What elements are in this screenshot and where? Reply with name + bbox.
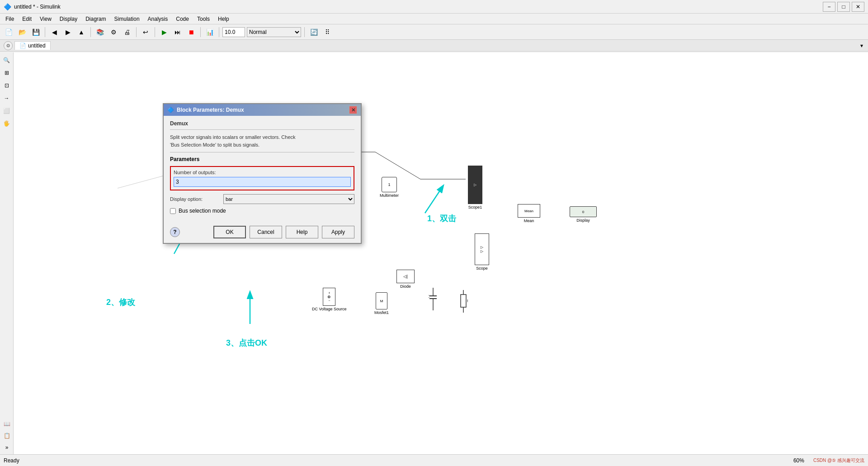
block-scope1[interactable]: ▷ Scope1	[468, 166, 482, 209]
dialog-titlebar: 🔷 Block Parameters: Demux ✕	[164, 104, 361, 116]
forward-button[interactable]: ▶	[62, 26, 74, 38]
back-button[interactable]: ◀	[48, 26, 60, 38]
new-button[interactable]: 📄	[3, 26, 14, 38]
dialog-ok-button[interactable]: OK	[213, 226, 246, 238]
svg-rect-13	[461, 295, 466, 307]
minimize-button[interactable]: −	[823, 2, 835, 12]
toolbar: 📄 📂 💾 ◀ ▶ ▲ 📚 ⚙ 🖨 ↩ ▶ ⏭ ⏹ 📊 Normal Accel…	[0, 24, 868, 40]
menu-file[interactable]: File	[2, 15, 18, 23]
dialog-title-area: 🔷 Block Parameters: Demux	[167, 107, 244, 113]
close-button[interactable]: ✕	[852, 2, 864, 12]
dialog-block-name: Demux	[170, 120, 354, 130]
status-csdn: CSDN @⑤ 感兴趣可交流	[813, 457, 864, 464]
block-diode[interactable]: ◁| Diode	[396, 270, 415, 289]
dialog-cancel-button[interactable]: Cancel	[250, 226, 282, 238]
block-multimeter[interactable]: 1 Multimeter	[380, 177, 399, 198]
canvas[interactable]: 1、双击 2、修改 3、点击OK 1 Multimeter ▷ Scope1 ▷…	[14, 52, 868, 454]
zoom-in-tool[interactable]: 🔍	[2, 55, 12, 65]
left-sidebar: 🔍 ⊞ ⊡ → ⬜ 🖐	[0, 52, 14, 454]
tab-icon: 📄	[19, 43, 26, 49]
menu-analysis[interactable]: Analysis	[144, 15, 172, 23]
dialog-description: Split vector signals into scalars or sma…	[170, 133, 354, 152]
up-button[interactable]: ▲	[75, 26, 87, 38]
toolbar-sep-2	[90, 27, 91, 37]
title-bar-left: 🔷 untitled * - Simulink	[4, 3, 61, 10]
status-right: 60% CSDN @⑤ 感兴趣可交流	[793, 457, 864, 464]
tab-bar: ⊙ 📄 untitled ▾	[0, 40, 868, 52]
block-mosfet[interactable]: M Mosfet1	[374, 292, 389, 315]
menu-bar: File Edit View Display Diagram Simulatio…	[0, 14, 868, 24]
block-diode-label: Diode	[400, 284, 411, 289]
number-of-outputs-label: Number of outputs:	[174, 170, 351, 175]
fit-tool[interactable]: ⊞	[2, 68, 12, 78]
select-tool[interactable]: ⬜	[2, 106, 12, 116]
annotation-step2: 2、修改	[106, 297, 135, 308]
arrow-tool[interactable]: →	[2, 93, 12, 103]
bus-selection-row: Bus selection mode	[170, 208, 354, 214]
number-of-outputs-input[interactable]	[174, 177, 351, 187]
toolbar-sep-5	[200, 27, 201, 37]
block-mean[interactable]: Mean Mean	[518, 204, 540, 223]
dialog-footer: ? OK Cancel Help Apply	[164, 223, 361, 243]
svg-line-4	[425, 186, 443, 213]
display-option-label: Display option:	[170, 196, 220, 202]
dialog-apply-button[interactable]: Apply	[322, 226, 354, 238]
grid-button[interactable]: ⠿	[321, 26, 333, 38]
menu-help[interactable]: Help	[214, 15, 233, 23]
block-dc-voltage-label: DC Voltage Source	[312, 307, 347, 311]
resistor-element: R	[459, 290, 468, 314]
tab-untitled[interactable]: 📄 untitled	[14, 41, 51, 50]
menu-tools[interactable]: Tools	[193, 15, 213, 23]
sim-mode-select[interactable]: Normal Accelerator Rapid Accelerator	[247, 27, 301, 37]
menu-display[interactable]: Display	[56, 15, 81, 23]
settings-button[interactable]: ⚙	[108, 26, 119, 38]
open-button[interactable]: 📂	[16, 26, 28, 38]
status-zoom: 60%	[793, 457, 804, 464]
block-scope[interactable]: ▷ ▷ Scope	[475, 233, 489, 271]
model-tool[interactable]: 📋	[2, 431, 12, 441]
window-title: untitled * - Simulink	[14, 4, 61, 10]
refresh-button[interactable]: 🔄	[308, 26, 320, 38]
maximize-button[interactable]: □	[837, 2, 850, 12]
library-tool[interactable]: 📖	[2, 419, 12, 429]
save-button[interactable]: 💾	[30, 26, 42, 38]
print-button[interactable]: 🖨	[121, 26, 133, 38]
capacitor-element: C	[429, 288, 438, 311]
menu-simulation[interactable]: Simulation	[111, 15, 143, 23]
run-button[interactable]: ▶	[158, 26, 170, 38]
library-button[interactable]: 📚	[94, 26, 106, 38]
dialog-close-button[interactable]: ✕	[349, 106, 357, 114]
block-dc-voltage[interactable]: + ⊕ − DC Voltage Source	[312, 288, 347, 311]
toolbar-sep-1	[45, 27, 45, 37]
sim-time-input[interactable]	[222, 27, 245, 37]
title-bar-controls[interactable]: − □ ✕	[823, 2, 864, 12]
annotation-step1: 1、双击	[427, 213, 456, 224]
scope-button[interactable]: 📊	[204, 26, 216, 38]
display-option-select[interactable]: bar none signals	[223, 194, 354, 204]
left-sidebar-bottom: 📖 📋 »	[0, 419, 14, 454]
svg-text:R: R	[467, 299, 468, 303]
bus-selection-checkbox[interactable]	[170, 208, 176, 214]
dialog-help-button[interactable]: Help	[286, 226, 318, 238]
title-bar: 🔷 untitled * - Simulink − □ ✕	[0, 0, 868, 14]
block-display[interactable]: 0 Display	[570, 206, 597, 223]
block-multimeter-label: Multimeter	[380, 193, 399, 198]
undo-button[interactable]: ↩	[140, 26, 151, 38]
stop-button[interactable]: ⏹	[185, 26, 197, 38]
menu-code[interactable]: Code	[172, 15, 193, 23]
tab-menu-button[interactable]: ▾	[857, 41, 866, 50]
dialog-icon: 🔷	[167, 107, 174, 113]
menu-edit[interactable]: Edit	[19, 15, 35, 23]
step-button[interactable]: ⏭	[172, 26, 184, 38]
canvas-wires	[14, 52, 868, 454]
app-icon: 🔷	[4, 3, 11, 10]
home-button[interactable]: ⊙	[4, 41, 13, 50]
menu-view[interactable]: View	[36, 15, 55, 23]
block-dialog: 🔷 Block Parameters: Demux ✕ Demux Split …	[163, 103, 362, 244]
pan-tool[interactable]: 🖐	[2, 119, 12, 128]
dialog-help-icon[interactable]: ?	[170, 227, 180, 237]
block-mosfet-label: Mosfet1	[374, 310, 389, 315]
zoom-fit-tool[interactable]: ⊡	[2, 81, 12, 90]
expand-tool[interactable]: »	[2, 442, 12, 452]
menu-diagram[interactable]: Diagram	[82, 15, 109, 23]
